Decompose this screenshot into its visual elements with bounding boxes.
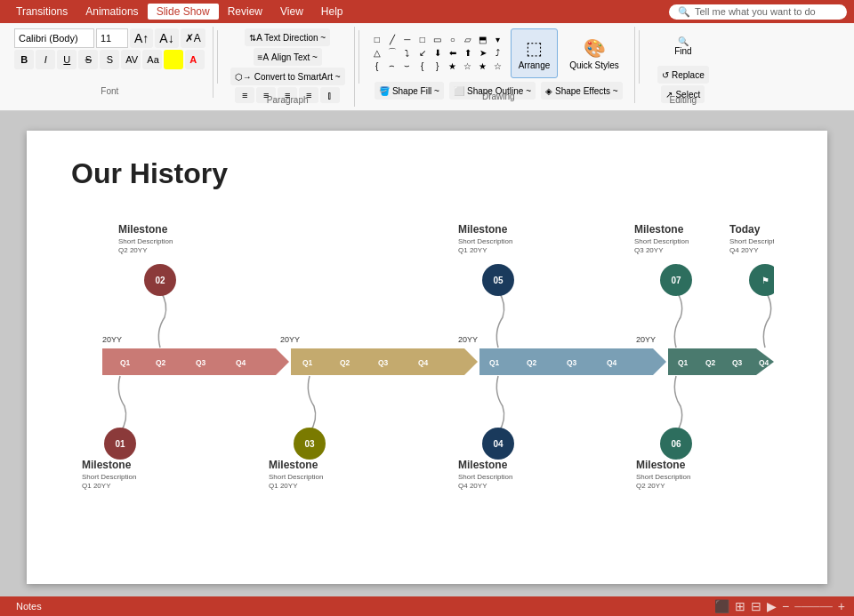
case-button[interactable]: Aa xyxy=(142,50,162,69)
view-reading-icon[interactable]: ⊟ xyxy=(751,599,761,613)
seg4-q3: Q3 xyxy=(732,358,743,367)
shape-icon-9[interactable]: △ xyxy=(370,46,384,59)
shape-icon-3[interactable]: ─ xyxy=(400,33,415,45)
shape-icon-17[interactable]: ⤴ xyxy=(491,46,505,59)
tab-animations[interactable]: Animations xyxy=(77,4,147,20)
quick-styles-icon: 🎨 xyxy=(584,37,606,59)
find-icon: 🔍 xyxy=(678,36,689,46)
shape-icon-12[interactable]: ↙ xyxy=(415,46,430,59)
connector-04 xyxy=(496,376,504,433)
view-normal-icon[interactable]: ⬛ xyxy=(714,599,729,613)
menu-bar: Transitions Animations Slide Show Review… xyxy=(0,0,854,23)
editing-row: 🔍 Find xyxy=(666,28,699,64)
shape-icon-10[interactable]: ⌒ xyxy=(385,46,399,59)
milestone-06-title: Milestone xyxy=(636,459,686,471)
shape-icon-20[interactable]: ⌣ xyxy=(400,60,415,72)
shape-icon-25[interactable]: ★ xyxy=(476,60,490,72)
shape-icon-15[interactable]: ⬆ xyxy=(461,46,475,59)
shape-icon-4[interactable]: □ xyxy=(415,33,430,45)
find-button[interactable]: 🔍 Find xyxy=(666,28,699,64)
replace-icon: ↺ xyxy=(662,70,669,80)
shape-icon-1[interactable]: □ xyxy=(370,33,384,45)
align-text-button[interactable]: ≡A Align Text ~ xyxy=(254,48,322,66)
shape-icon-7[interactable]: ▱ xyxy=(461,33,475,45)
zoom-slider[interactable]: ────── xyxy=(794,602,833,612)
search-icon: 🔍 xyxy=(678,6,690,18)
milestone-06-desc: Short Description xyxy=(636,473,690,481)
strikethrough-button[interactable]: S xyxy=(78,50,98,69)
shape-icon-2[interactable]: ╱ xyxy=(385,33,399,45)
shape-icon-19[interactable]: ⌢ xyxy=(385,60,399,72)
shape-icon-22[interactable]: } xyxy=(431,60,445,72)
align-text-label: Align Text ~ xyxy=(271,52,318,62)
text-direction-button[interactable]: ⇅A Text Direction ~ xyxy=(245,28,330,46)
milestone-03-desc: Short Description xyxy=(269,473,323,481)
shapes-more[interactable]: ▾ xyxy=(491,33,505,45)
milestone-03-title: Milestone xyxy=(269,459,318,471)
quick-styles-button[interactable]: 🎨 Quick Styles xyxy=(561,28,627,78)
text-direction-icon: ⇅A xyxy=(249,33,262,43)
milestone-05-desc: Short Description xyxy=(458,237,512,245)
tab-review[interactable]: Review xyxy=(219,4,271,20)
ribbon-group-drawing: □ ╱ ─ □ ▭ ○ ▱ ⬒ ▾ △ ⌒ ⤵ ↙ ⬇ ⬅ ⬆ ➤ ⤴ { xyxy=(363,27,635,103)
ribbon-divider-3 xyxy=(639,30,640,84)
shape-icon-18[interactable]: { xyxy=(370,60,384,72)
convert-smartart-button[interactable]: ⬡→ Convert to SmartArt ~ xyxy=(230,68,345,85)
ribbon-group-paragraph: ⇅A Text Direction ~ ≡A Align Text ~ ⬡→ C… xyxy=(222,27,355,107)
quick-styles-label: Quick Styles xyxy=(569,60,619,70)
label-05: 05 xyxy=(493,276,504,285)
search-bar[interactable]: 🔍 Tell me what you want to do xyxy=(669,4,847,20)
seg2-q3: Q3 xyxy=(378,358,389,367)
highlight-button[interactable] xyxy=(164,50,183,69)
italic-button[interactable]: I xyxy=(36,50,55,69)
milestone-01-date: Q1 20YY xyxy=(82,482,111,490)
shape-icon-13[interactable]: ⬇ xyxy=(431,46,445,59)
shape-icon-8[interactable]: ⬒ xyxy=(476,33,490,45)
font-group-label: Font xyxy=(7,86,213,96)
milestone-01-desc: Short Description xyxy=(82,473,136,481)
slide[interactable]: Our History 20YY 20YY 20YY 20YY Q1 Q2 Q3… xyxy=(27,131,827,584)
font-name-input[interactable] xyxy=(14,28,94,48)
decrease-font-button[interactable]: A↓ xyxy=(155,28,178,48)
slideshow-icon[interactable]: ▶ xyxy=(767,599,777,613)
shape-icon-14[interactable]: ⬅ xyxy=(446,46,460,59)
view-slide-icon[interactable]: ⊞ xyxy=(735,599,745,613)
increase-font-button[interactable]: A↑ xyxy=(130,28,153,48)
tab-view[interactable]: View xyxy=(271,4,312,20)
zoom-in-icon[interactable]: + xyxy=(838,599,845,613)
shape-icon-11[interactable]: ⤵ xyxy=(400,46,415,59)
connector-02 xyxy=(158,291,165,348)
underline-button[interactable]: U xyxy=(57,50,77,69)
milestone-02-date: Q2 20YY xyxy=(118,246,148,254)
shape-icon-5[interactable]: ▭ xyxy=(431,33,445,45)
year-label-2: 20YY xyxy=(280,335,300,344)
shape-icon-23[interactable]: ★ xyxy=(446,60,460,72)
bold-button[interactable]: B xyxy=(14,50,34,69)
shape-icon-26[interactable]: ☆ xyxy=(491,60,505,72)
tab-help[interactable]: Help xyxy=(312,4,352,20)
shape-icon-21[interactable]: { xyxy=(415,60,430,72)
seg3-q1: Q1 xyxy=(489,358,500,367)
shape-icon-24[interactable]: ☆ xyxy=(461,60,475,72)
replace-button[interactable]: ↺ Replace xyxy=(657,66,709,84)
charspacing-button[interactable]: AV xyxy=(121,50,141,69)
year-label-3: 20YY xyxy=(458,335,478,344)
milestone-07-desc: Short Description xyxy=(634,237,689,245)
milestone-04-date: Q4 20YY xyxy=(458,482,487,490)
seg1-q3: Q3 xyxy=(196,358,206,367)
zoom-out-icon[interactable]: − xyxy=(782,599,789,613)
tab-slideshow[interactable]: Slide Show xyxy=(148,4,219,20)
label-04: 04 xyxy=(493,439,504,449)
arrange-button[interactable]: ⬚ Arrange xyxy=(511,28,559,78)
seg3-q2: Q2 xyxy=(527,358,537,367)
status-bar: Notes ⬛ ⊞ ⊟ ▶ − ────── + xyxy=(0,596,854,616)
shape-icon-16[interactable]: ➤ xyxy=(476,46,490,59)
notes-button[interactable]: Notes xyxy=(9,601,49,612)
today-desc: Short Description xyxy=(729,237,774,245)
font-color-button[interactable]: A xyxy=(185,50,205,69)
clear-format-button[interactable]: ✗A xyxy=(181,28,205,48)
shadow-button[interactable]: S xyxy=(100,50,119,69)
tab-transitions[interactable]: Transitions xyxy=(7,4,77,20)
font-size-input[interactable] xyxy=(96,28,128,48)
shape-icon-6[interactable]: ○ xyxy=(446,33,460,45)
